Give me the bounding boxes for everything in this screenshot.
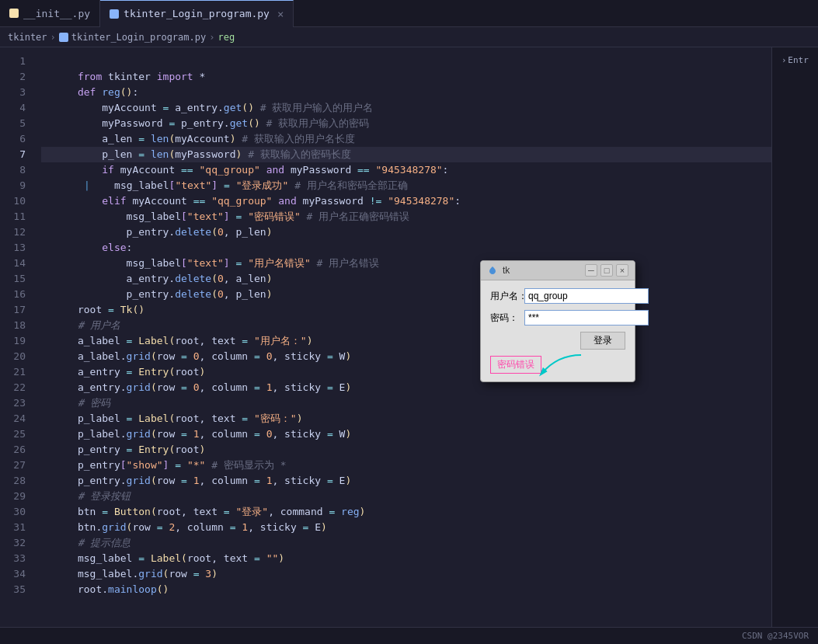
code-line-13: msg_label["text"] = "用户名错误" # 用户名错误 bbox=[41, 240, 818, 256]
tab-login[interactable]: tkinter_Login_program.py × bbox=[100, 0, 294, 27]
ln-24: 24 bbox=[0, 411, 35, 426]
editor-area: 1 2 3 4 5 6 7 8 9 10 11 12 13 14 15 16 1… bbox=[0, 47, 818, 627]
code-line-23: p_label = Label(root, text = "密码：") bbox=[41, 395, 818, 411]
tk-feather-icon bbox=[487, 265, 498, 276]
tk-title: tk bbox=[487, 265, 510, 276]
ln-1: 1 bbox=[0, 54, 35, 69]
ln-23: 23 bbox=[0, 395, 35, 411]
ln-16: 16 bbox=[0, 287, 35, 302]
ln-13: 13 bbox=[0, 240, 35, 256]
ln-8: 8 bbox=[0, 162, 35, 178]
ln-27: 27 bbox=[0, 458, 35, 473]
arrow-annotation bbox=[534, 351, 589, 385]
code-line-1: from tkinter import * bbox=[41, 54, 818, 69]
ln-9: 9 bbox=[0, 178, 35, 193]
ln-7: 7 bbox=[0, 147, 35, 162]
tk-title-text: tk bbox=[503, 265, 510, 276]
tab-icon-login bbox=[110, 9, 119, 19]
tk-username-input[interactable] bbox=[524, 288, 649, 304]
tk-password-input[interactable] bbox=[524, 310, 649, 325]
tab-label-login: tkinter_Login_program.py bbox=[124, 8, 270, 19]
tk-login-button[interactable]: 登录 bbox=[580, 332, 625, 350]
tab-label-init: __init__.py bbox=[23, 8, 90, 19]
right-panel-label: Entr bbox=[788, 55, 809, 65]
ln-26: 26 bbox=[0, 442, 35, 458]
ln-18: 18 bbox=[0, 318, 35, 333]
code-line-32: msg_label = Label(root, text = "") bbox=[41, 535, 818, 551]
code-line-18: a_label = Label(root, text = "用户名：") bbox=[41, 318, 818, 333]
ln-14: 14 bbox=[0, 256, 35, 271]
ln-20: 20 bbox=[0, 349, 35, 364]
status-bar: CSDN @2345VOR bbox=[0, 627, 818, 644]
tk-controls: ─ □ × bbox=[585, 264, 628, 277]
tk-maximize-button[interactable]: □ bbox=[600, 264, 613, 277]
right-panel[interactable]: › Entr bbox=[771, 47, 818, 627]
ln-30: 30 bbox=[0, 504, 35, 520]
ln-33: 33 bbox=[0, 551, 35, 566]
ln-4: 4 bbox=[0, 100, 35, 116]
breadcrumb: tkinter › tkinter_Login_program.py › reg bbox=[0, 27, 818, 47]
breadcrumb-item-1: tkinter bbox=[8, 32, 47, 43]
ln-11: 11 bbox=[0, 209, 35, 225]
tk-minimize-button[interactable]: ─ bbox=[585, 264, 597, 277]
ln-22: 22 bbox=[0, 380, 35, 395]
ln-21: 21 bbox=[0, 364, 35, 380]
ln-12: 12 bbox=[0, 225, 35, 240]
tab-init[interactable]: __init__.py bbox=[0, 0, 100, 27]
ln-32: 32 bbox=[0, 535, 35, 551]
tk-username-row: 用户名： bbox=[490, 288, 625, 304]
code-line-3: myAccount = a_entry.get() # 获取用户输入的用户名 bbox=[41, 85, 818, 100]
ln-6: 6 bbox=[0, 131, 35, 147]
status-right-text: CSDN @2345VOR bbox=[742, 631, 809, 641]
tk-password-label: 密码： bbox=[490, 312, 520, 325]
ln-19: 19 bbox=[0, 333, 35, 349]
ln-25: 25 bbox=[0, 426, 35, 442]
right-panel-button[interactable]: › Entr bbox=[777, 54, 813, 67]
code-editor[interactable]: from tkinter import * def reg(): myAccou… bbox=[35, 47, 818, 627]
tk-button-row: 登录 bbox=[490, 332, 625, 350]
breadcrumb-file-icon bbox=[59, 33, 68, 42]
tk-password-row: 密码： bbox=[490, 310, 625, 325]
breadcrumb-sep-1: › bbox=[50, 32, 56, 43]
ln-5: 5 bbox=[0, 116, 35, 131]
tab-bar: __init__.py tkinter_Login_program.py × bbox=[0, 0, 818, 27]
tk-titlebar: tk ─ □ × bbox=[481, 261, 635, 280]
ln-3: 3 bbox=[0, 85, 35, 100]
ln-31: 31 bbox=[0, 520, 35, 535]
ln-10: 10 bbox=[0, 193, 35, 209]
tab-icon-init bbox=[9, 9, 19, 18]
line-numbers: 1 2 3 4 5 6 7 8 9 10 11 12 13 14 15 16 1… bbox=[0, 47, 35, 627]
ln-28: 28 bbox=[0, 473, 35, 489]
ln-35: 35 bbox=[0, 582, 35, 597]
ln-15: 15 bbox=[0, 271, 35, 287]
ln-2: 2 bbox=[0, 69, 35, 85]
code-line-17: # 用户名 bbox=[41, 302, 818, 318]
breadcrumb-item-3: reg bbox=[218, 32, 235, 43]
tk-username-label: 用户名： bbox=[490, 290, 520, 303]
tab-close-login[interactable]: × bbox=[277, 8, 284, 20]
breadcrumb-sep-2: › bbox=[209, 32, 214, 43]
ln-29: 29 bbox=[0, 489, 35, 504]
ln-17: 17 bbox=[0, 302, 35, 318]
tk-close-button[interactable]: × bbox=[616, 264, 628, 277]
ln-34: 34 bbox=[0, 566, 35, 582]
breadcrumb-item-2: tkinter_Login_program.py bbox=[71, 32, 206, 43]
code-line-29: btn = Button(root, text = "登录", command … bbox=[41, 489, 818, 504]
